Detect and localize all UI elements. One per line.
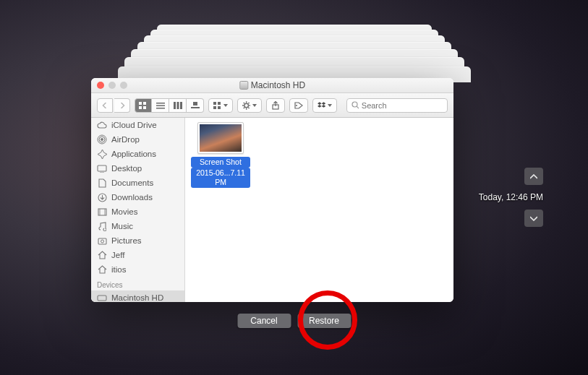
window-title: Macintosh HD bbox=[251, 80, 305, 90]
sidebar-devices-header: Devices bbox=[91, 277, 184, 290]
svg-rect-0 bbox=[139, 102, 142, 105]
sidebar-item-itios[interactable]: itios bbox=[91, 262, 184, 277]
sidebar-item-documents[interactable]: Documents bbox=[91, 176, 184, 190]
chevron-up-icon bbox=[530, 174, 537, 179]
movies-icon bbox=[97, 207, 107, 217]
timeline-down-button[interactable] bbox=[524, 210, 543, 227]
toolbar bbox=[91, 93, 453, 118]
minimize-window-button[interactable] bbox=[108, 82, 116, 89]
svg-rect-5 bbox=[156, 105, 165, 106]
cancel-button[interactable]: Cancel bbox=[237, 314, 291, 328]
file-name-line1: Screen Shot bbox=[191, 157, 250, 168]
sidebar-item-label: Pictures bbox=[111, 236, 142, 245]
column-view-button[interactable] bbox=[169, 98, 187, 113]
svg-point-26 bbox=[296, 105, 297, 106]
svg-rect-9 bbox=[180, 102, 182, 109]
sidebar-item-music[interactable]: Music bbox=[91, 219, 184, 233]
svg-rect-3 bbox=[143, 106, 146, 109]
file-browser: Screen Shot 2015-06...7.11 PM bbox=[185, 118, 453, 302]
sidebar-item-pictures[interactable]: Pictures bbox=[91, 233, 184, 248]
sidebar-item-airdrop[interactable]: AirDrop bbox=[91, 132, 184, 147]
documents-icon bbox=[97, 178, 107, 188]
svg-line-22 bbox=[248, 107, 249, 108]
svg-point-16 bbox=[244, 103, 249, 108]
list-view-button[interactable] bbox=[152, 98, 169, 113]
traffic-lights bbox=[97, 82, 127, 89]
timeline-timestamp: Today, 12:46 PM bbox=[456, 192, 543, 202]
sidebar-item-label: Downloads bbox=[111, 193, 153, 202]
sidebar-item-label: AirDrop bbox=[111, 135, 140, 144]
svg-rect-15 bbox=[218, 106, 221, 109]
titlebar: Macintosh HD bbox=[91, 78, 453, 93]
tags-button[interactable] bbox=[289, 98, 308, 113]
sidebar-item-label: Movies bbox=[111, 207, 137, 216]
desktop-icon bbox=[97, 163, 107, 173]
svg-rect-10 bbox=[193, 102, 197, 105]
applications-icon bbox=[97, 149, 107, 159]
sidebar-item-label: iCloud Drive bbox=[111, 121, 157, 129]
search-field[interactable] bbox=[346, 98, 448, 113]
cloud-icon bbox=[97, 120, 107, 130]
svg-rect-12 bbox=[213, 102, 216, 105]
sidebar-item-label: Macintosh HD bbox=[111, 293, 163, 302]
airdrop-icon bbox=[97, 134, 107, 145]
sidebar-item-label: Documents bbox=[111, 178, 153, 187]
sidebar-item-desktop[interactable]: Desktop bbox=[91, 161, 184, 176]
file-name-line2: 2015-06...7.11 PM bbox=[191, 168, 250, 188]
sidebar-item-label: Applications bbox=[111, 150, 156, 158]
sidebar-item-label: Desktop bbox=[111, 164, 142, 173]
timeline-nav: Today, 12:46 PM bbox=[456, 168, 543, 227]
volume-icon bbox=[239, 81, 248, 90]
svg-rect-14 bbox=[213, 106, 216, 109]
svg-rect-11 bbox=[191, 107, 200, 108]
svg-line-23 bbox=[244, 107, 244, 108]
sidebar-item-label: itios bbox=[111, 265, 126, 274]
sidebar-item-movies[interactable]: Movies bbox=[91, 204, 184, 219]
timeline-up-button[interactable] bbox=[524, 168, 543, 185]
svg-rect-32 bbox=[98, 165, 106, 171]
downloads-icon bbox=[97, 192, 107, 202]
file-item[interactable]: Screen Shot 2015-06...7.11 PM bbox=[191, 122, 250, 188]
sidebar-item-macintosh-hd[interactable]: Macintosh HD bbox=[91, 290, 184, 302]
sidebar-item-downloads[interactable]: Downloads bbox=[91, 190, 184, 204]
forward-button[interactable] bbox=[114, 98, 130, 113]
sidebar-item-icloud-drive[interactable]: iCloud Drive bbox=[91, 118, 184, 132]
finder-window: Macintosh HD bbox=[91, 78, 453, 302]
file-thumbnail bbox=[197, 122, 244, 154]
annotation-circle bbox=[298, 290, 357, 350]
share-button[interactable] bbox=[266, 98, 285, 113]
music-icon bbox=[97, 221, 107, 231]
svg-rect-7 bbox=[174, 102, 176, 109]
svg-rect-40 bbox=[98, 296, 106, 301]
search-input[interactable] bbox=[362, 101, 443, 110]
close-window-button[interactable] bbox=[97, 82, 104, 89]
svg-rect-1 bbox=[143, 102, 146, 105]
svg-rect-8 bbox=[176, 102, 179, 109]
action-button[interactable] bbox=[237, 98, 262, 113]
svg-rect-2 bbox=[139, 106, 142, 109]
svg-rect-6 bbox=[156, 108, 165, 109]
back-button[interactable] bbox=[97, 98, 113, 113]
svg-line-21 bbox=[244, 103, 244, 103]
icon-view-button[interactable] bbox=[135, 98, 152, 113]
sidebar: iCloud Drive AirDrop Applications Deskto… bbox=[91, 118, 185, 302]
coverflow-view-button[interactable] bbox=[187, 98, 204, 113]
view-mode-segmented bbox=[135, 98, 204, 113]
svg-rect-13 bbox=[218, 102, 221, 105]
arrange-button[interactable] bbox=[208, 98, 233, 113]
home-icon bbox=[97, 264, 107, 275]
hd-icon bbox=[97, 293, 107, 302]
dropbox-button[interactable] bbox=[312, 98, 337, 113]
svg-line-24 bbox=[248, 103, 249, 103]
svg-rect-4 bbox=[156, 103, 165, 104]
sidebar-item-label: Jeff bbox=[111, 251, 124, 259]
svg-point-27 bbox=[352, 102, 357, 107]
sidebar-item-applications[interactable]: Applications bbox=[91, 147, 184, 161]
svg-point-29 bbox=[101, 138, 103, 141]
zoom-window-button[interactable] bbox=[120, 82, 127, 89]
chevron-down-icon bbox=[530, 216, 537, 221]
pictures-icon bbox=[97, 236, 107, 246]
svg-point-39 bbox=[101, 240, 103, 243]
sidebar-item-label: Music bbox=[111, 222, 133, 230]
sidebar-item-jeff[interactable]: Jeff bbox=[91, 248, 184, 262]
